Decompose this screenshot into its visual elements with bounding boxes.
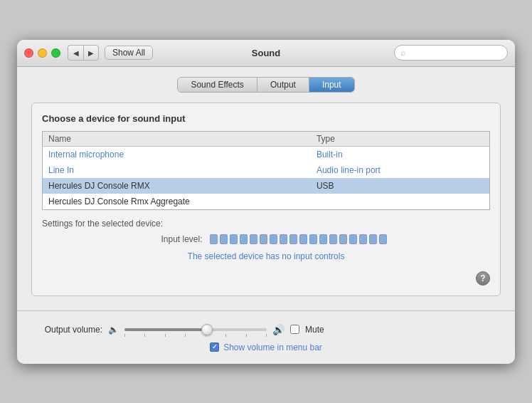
device-name: Internal microphone (43, 146, 311, 162)
level-bar (270, 234, 277, 244)
show-volume-label: Show volume in menu bar (223, 342, 322, 352)
no-controls-message: The selected device has no input control… (42, 251, 490, 261)
show-volume-checkbox[interactable]: ✓ (210, 342, 219, 352)
volume-max-icon: 🔊 (272, 324, 284, 335)
tabs-group: Sound Effects Output Input (177, 77, 354, 93)
tabs-bar: Sound Effects Output Input (31, 77, 501, 93)
tick (225, 334, 226, 337)
main-panel: Choose a device for sound input Name Typ… (31, 103, 501, 296)
tick (246, 334, 247, 337)
tick (124, 334, 125, 337)
col-header-type: Type (311, 131, 490, 146)
level-bar (369, 234, 377, 244)
table-row[interactable]: Internal microphone Built-in (43, 146, 490, 162)
level-bar (339, 234, 347, 244)
tab-output[interactable]: Output (257, 78, 309, 92)
level-bars (210, 234, 387, 244)
minimize-button[interactable] (38, 48, 47, 58)
level-bar (309, 234, 317, 244)
divider (17, 310, 515, 311)
level-bar (349, 234, 357, 244)
panel-title: Choose a device for sound input (42, 113, 490, 124)
tick (185, 334, 186, 337)
window-title: Sound (252, 48, 280, 58)
volume-min-icon: 🔈 (108, 325, 119, 335)
col-header-name: Name (43, 131, 311, 146)
close-button[interactable] (24, 48, 33, 58)
traffic-lights (24, 48, 60, 58)
sound-window: ◀ ▶ Show All Sound ⌕ Sound Effects Outpu… (17, 40, 515, 364)
level-bar (240, 234, 248, 244)
device-name: Hercules DJ Console Rmx Aggregate (43, 194, 311, 210)
volume-row: Output volume: 🔈 🔊 Mute (31, 324, 501, 335)
input-level-row: Input level: (42, 234, 490, 244)
tick (165, 334, 166, 337)
level-bar (329, 234, 337, 244)
level-bar (299, 234, 307, 244)
search-box[interactable]: ⌕ (394, 45, 508, 61)
checkmark-icon: ✓ (212, 344, 218, 350)
table-row[interactable]: Hercules DJ Console RMX USB (43, 178, 490, 194)
table-row[interactable]: Line In Audio line-in port (43, 162, 490, 178)
help-button[interactable]: ? (476, 271, 490, 286)
titlebar: ◀ ▶ Show All Sound ⌕ (17, 40, 515, 67)
level-bar (260, 234, 267, 244)
menu-bar-row: ✓ Show volume in menu bar (31, 342, 501, 352)
tick (266, 334, 267, 337)
device-name: Hercules DJ Console RMX (43, 178, 311, 194)
tab-input[interactable]: Input (309, 78, 354, 92)
volume-label: Output volume: (31, 325, 102, 335)
settings-section: Settings for the selected device: Input … (42, 219, 490, 286)
level-bar (319, 234, 327, 244)
device-type: Audio line-in port (311, 162, 490, 178)
level-bar (379, 234, 387, 244)
help-button-container: ? (42, 271, 490, 286)
device-type (311, 194, 490, 210)
level-bar (250, 234, 257, 244)
tab-sound-effects[interactable]: Sound Effects (178, 78, 257, 92)
input-level-label: Input level: (146, 234, 203, 244)
show-all-button[interactable]: Show All (105, 46, 153, 60)
search-input[interactable] (408, 48, 501, 58)
device-type: USB (311, 178, 490, 194)
device-name: Line In (43, 162, 311, 178)
device-type: Built-in (311, 146, 490, 162)
level-bar (220, 234, 228, 244)
mute-checkbox[interactable] (290, 325, 299, 334)
forward-button[interactable]: ▶ (83, 45, 99, 61)
level-bar (280, 234, 287, 244)
back-button[interactable]: ◀ (68, 45, 83, 61)
tick (206, 334, 206, 337)
content-area: Sound Effects Output Input Choose a devi… (17, 67, 515, 310)
device-table: Name Type Internal microphone Built-in L… (42, 131, 490, 210)
slider-ticks (124, 334, 267, 337)
tick (144, 334, 145, 337)
level-bar (230, 234, 238, 244)
zoom-button[interactable] (51, 48, 60, 58)
settings-label: Settings for the selected device: (42, 219, 490, 229)
table-row[interactable]: Hercules DJ Console Rmx Aggregate (43, 194, 490, 210)
level-bar (210, 234, 218, 244)
volume-slider[interactable] (124, 328, 267, 331)
search-icon: ⌕ (400, 48, 405, 58)
nav-buttons: ◀ ▶ (68, 45, 99, 61)
level-bar (289, 234, 297, 244)
level-bar (359, 234, 367, 244)
bottom-controls: Output volume: 🔈 🔊 Mute (17, 314, 515, 364)
mute-label: Mute (305, 325, 324, 335)
